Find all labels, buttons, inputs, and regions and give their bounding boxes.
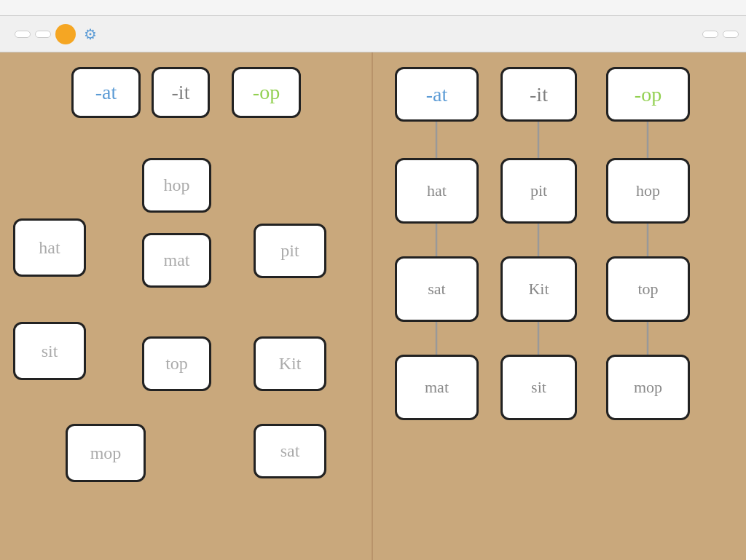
card-rkit[interactable]: Kit	[500, 256, 577, 322]
card-lsit[interactable]: sit	[13, 322, 86, 380]
card-text-rpit: pit	[530, 181, 547, 200]
more-popplets-button[interactable]	[702, 31, 718, 38]
card-text-rtop: top	[637, 280, 658, 299]
nav-buttons-right	[702, 31, 739, 38]
card-text-lsit: sit	[42, 342, 58, 361]
card-text-rkit: Kit	[528, 280, 549, 299]
main-content: -at-it-ophophatpitmatsittopKitmopsat -at…	[0, 52, 746, 560]
card-rhat[interactable]: hat	[395, 158, 479, 224]
card-text-rhat: hat	[427, 181, 447, 200]
card-lat[interactable]: -at	[71, 67, 141, 118]
card-text-lat: -at	[95, 81, 117, 104]
card-text-lmop: mop	[90, 443, 122, 463]
card-text-lhat: hat	[39, 238, 60, 258]
card-text-lmat: mat	[164, 251, 190, 270]
clear-all-button[interactable]	[35, 31, 51, 38]
status-bar	[0, 0, 746, 16]
card-lmop[interactable]: mop	[66, 424, 146, 482]
card-text-rop: -op	[635, 83, 661, 106]
card-rhop[interactable]: hop	[606, 158, 690, 224]
card-text-ltop: top	[165, 354, 188, 374]
export-button[interactable]	[723, 31, 739, 38]
card-rsat[interactable]: sat	[395, 256, 479, 322]
nav-buttons-left: ⚙	[15, 24, 101, 44]
card-text-lsat: sat	[280, 441, 300, 461]
card-rpit[interactable]: pit	[500, 158, 577, 224]
card-lmat[interactable]: mat	[142, 233, 211, 288]
card-text-lop: -op	[253, 81, 280, 104]
card-lit[interactable]: -it	[152, 67, 210, 118]
card-rit[interactable]: -it	[500, 67, 577, 122]
card-rtop[interactable]: top	[606, 256, 690, 322]
card-text-rsit: sit	[531, 378, 546, 397]
card-lhat[interactable]: hat	[13, 218, 86, 277]
nav-bar: ⚙	[0, 16, 746, 52]
card-rmop[interactable]: mop	[606, 355, 690, 420]
card-text-lkit: Kit	[279, 354, 302, 374]
card-rsit[interactable]: sit	[500, 355, 577, 420]
left-panel: -at-it-ophophatpitmatsittopKitmopsat	[0, 52, 373, 560]
card-text-rsat: sat	[428, 280, 445, 299]
settings-icon[interactable]: ⚙	[80, 24, 101, 44]
card-rop[interactable]: -op	[606, 67, 690, 122]
card-text-lpit: pit	[280, 241, 299, 261]
card-text-lhop: hop	[164, 176, 190, 195]
card-lhop[interactable]: hop	[142, 158, 211, 213]
card-text-rit: -it	[530, 83, 548, 106]
card-text-rat: -at	[426, 83, 448, 106]
card-text-rhop: hop	[636, 181, 660, 200]
card-lsat[interactable]: sat	[254, 424, 326, 478]
card-text-rmop: mop	[634, 378, 662, 397]
card-lkit[interactable]: Kit	[254, 336, 326, 391]
color-picker-button[interactable]	[55, 24, 76, 44]
card-lop[interactable]: -op	[232, 67, 301, 118]
card-text-lit: -it	[172, 81, 190, 104]
view-all-button[interactable]	[15, 31, 31, 38]
card-rmat[interactable]: mat	[395, 355, 479, 420]
card-lpit[interactable]: pit	[254, 224, 326, 278]
right-panel: -at-it-ophatpithopsatKittopmatsitmop	[373, 52, 746, 560]
card-rat[interactable]: -at	[395, 67, 479, 122]
card-text-rmat: mat	[425, 378, 449, 397]
card-ltop[interactable]: top	[142, 336, 211, 391]
